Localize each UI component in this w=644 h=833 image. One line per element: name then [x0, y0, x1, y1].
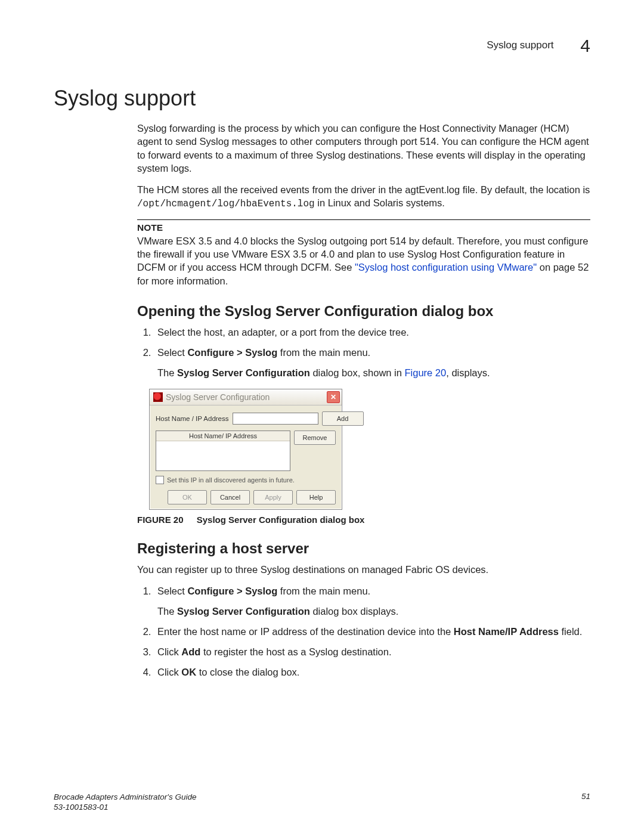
dialog-title: Syslog Server Configuration	[166, 392, 270, 402]
add-button[interactable]: Add	[322, 411, 364, 426]
note-label: NOTE	[137, 222, 590, 233]
register-steps: Select Configure > Syslog from the main …	[137, 584, 590, 680]
subsection-opening-dialog: Opening the Syslog Server Configuration …	[137, 303, 590, 320]
opening-step-2-result: The Syslog Server Configuration dialog b…	[157, 366, 590, 380]
figure-text: Syslog Server Configuration dialog box	[197, 515, 365, 525]
list-header: Host Name/ IP Address	[156, 431, 290, 441]
future-agents-checkbox[interactable]	[156, 476, 164, 484]
host-input[interactable]	[233, 413, 318, 425]
future-agents-label: Set this IP in all discovered agents in …	[167, 476, 295, 484]
cancel-button[interactable]: Cancel	[210, 490, 250, 504]
running-header: Syslog support 4	[54, 36, 590, 56]
ok-button[interactable]: OK	[168, 490, 207, 504]
page-footer: Brocade Adapters Administrator's Guide 5…	[54, 792, 590, 813]
figure-caption: FIGURE 20 Syslog Server Configuration di…	[137, 515, 590, 525]
register-step-2: Enter the host name or IP address of the…	[154, 625, 590, 639]
remove-button[interactable]: Remove	[294, 431, 336, 445]
figure-20-link[interactable]: Figure 20	[405, 367, 447, 378]
note-divider	[137, 219, 590, 220]
figure-label: FIGURE 20	[137, 515, 184, 525]
opening-step-2: Select Configure > Syslog from the main …	[154, 346, 590, 380]
syslog-config-dialog: Syslog Server Configuration ✕ Host Name …	[149, 389, 342, 510]
footer-title: Brocade Adapters Administrator's Guide	[54, 792, 196, 803]
opening-steps: Select the host, an adapter, or a port f…	[137, 326, 590, 380]
intro-paragraph-1: Syslog forwarding is the process by whic…	[137, 122, 590, 175]
host-listbox[interactable]: Host Name/ IP Address	[156, 431, 290, 471]
close-icon[interactable]: ✕	[327, 391, 340, 403]
dialog-titlebar: Syslog Server Configuration ✕	[150, 389, 342, 405]
register-intro: You can register up to three Syslog dest…	[137, 563, 590, 576]
register-step-4: Click OK to close the dialog box.	[154, 665, 590, 680]
help-button[interactable]: Help	[296, 490, 336, 504]
log-path-code: /opt/hcmagent/log/hbaEvents.log	[137, 199, 315, 209]
page-title: Syslog support	[54, 86, 590, 111]
register-step-1-result: The Syslog Server Configuration dialog b…	[157, 605, 590, 619]
apply-button[interactable]: Apply	[253, 490, 293, 504]
footer-page-number: 51	[581, 792, 590, 813]
opening-step-1: Select the host, an adapter, or a port f…	[154, 326, 590, 340]
chapter-number: 4	[580, 36, 590, 55]
header-text: Syslog support	[487, 39, 553, 51]
register-step-1: Select Configure > Syslog from the main …	[154, 584, 590, 619]
footer-docnum: 53-1001583-01	[54, 802, 196, 813]
app-icon	[153, 392, 163, 402]
host-label: Host Name / IP Address	[156, 415, 229, 422]
subsection-registering: Registering a host server	[137, 540, 590, 557]
note-text: VMware ESX 3.5 and 4.0 blocks the Syslog…	[137, 234, 590, 287]
intro-paragraph-2: The HCM stores all the received events f…	[137, 183, 590, 211]
register-step-3: Click Add to register the host as a Sysl…	[154, 645, 590, 659]
vmware-config-link[interactable]: "Syslog host configuration using VMware"	[355, 262, 537, 272]
